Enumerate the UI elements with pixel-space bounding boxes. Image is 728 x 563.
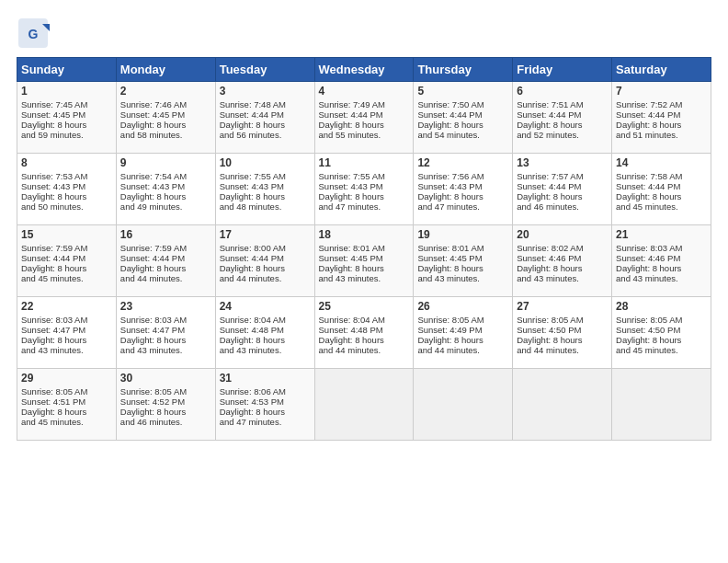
day-info-line: Sunrise: 8:04 AM	[220, 315, 311, 325]
day-number: 23	[120, 300, 211, 313]
calendar-cell: 11Sunrise: 7:55 AMSunset: 4:43 PMDayligh…	[314, 154, 414, 225]
day-info-line: Daylight: 8 hours	[21, 191, 112, 201]
calendar-cell: 7Sunrise: 7:52 AMSunset: 4:44 PMDaylight…	[612, 82, 711, 154]
day-info-line: and 47 minutes.	[220, 417, 311, 427]
day-info-line: Sunrise: 8:01 AM	[319, 243, 410, 253]
day-info-line: Daylight: 8 hours	[517, 191, 608, 201]
calendar-cell: 12Sunrise: 7:56 AMSunset: 4:43 PMDayligh…	[414, 154, 513, 225]
day-info-line: and 46 minutes.	[120, 417, 211, 427]
day-number: 2	[120, 85, 211, 98]
day-info-line: Sunset: 4:50 PM	[616, 325, 707, 335]
weekday-saturday: Saturday	[612, 58, 711, 82]
day-info-line: Daylight: 8 hours	[120, 263, 211, 273]
svg-text:G: G	[28, 27, 39, 41]
calendar-cell: 16Sunrise: 7:59 AMSunset: 4:44 PMDayligh…	[116, 225, 215, 297]
weekday-header-row: SundayMondayTuesdayWednesdayThursdayFrid…	[17, 58, 711, 82]
calendar-cell: 2Sunrise: 7:46 AMSunset: 4:45 PMDaylight…	[116, 82, 215, 154]
calendar-cell	[612, 369, 711, 441]
calendar-cell: 17Sunrise: 8:00 AMSunset: 4:44 PMDayligh…	[215, 225, 314, 297]
weekday-friday: Friday	[513, 58, 612, 82]
day-info-line: Sunrise: 7:54 AM	[120, 171, 211, 181]
day-info-line: and 43 minutes.	[220, 345, 311, 355]
day-info-line: Sunset: 4:52 PM	[120, 396, 211, 407]
day-info-line: Sunrise: 8:05 AM	[417, 315, 508, 325]
calendar-cell: 25Sunrise: 8:04 AMSunset: 4:48 PMDayligh…	[314, 297, 414, 369]
day-info-line: Daylight: 8 hours	[616, 191, 707, 201]
day-info-line: and 52 minutes.	[517, 130, 608, 140]
day-number: 29	[21, 372, 112, 385]
day-info-line: Sunset: 4:44 PM	[517, 181, 608, 191]
weekday-wednesday: Wednesday	[314, 58, 414, 82]
day-number: 5	[417, 85, 508, 98]
day-info-line: and 47 minutes.	[319, 201, 410, 212]
day-info-line: Sunrise: 7:45 AM	[21, 99, 112, 109]
day-info-line: Sunset: 4:44 PM	[319, 109, 410, 120]
day-info-line: and 45 minutes.	[21, 273, 112, 283]
day-info-line: Daylight: 8 hours	[220, 407, 311, 417]
day-info-line: Sunset: 4:44 PM	[517, 109, 608, 120]
calendar-cell: 28Sunrise: 8:05 AMSunset: 4:50 PMDayligh…	[612, 297, 711, 369]
calendar-cell	[414, 369, 513, 441]
day-info-line: Daylight: 8 hours	[120, 335, 211, 345]
calendar-cell: 15Sunrise: 7:59 AMSunset: 4:44 PMDayligh…	[17, 225, 117, 297]
day-number: 21	[616, 228, 707, 241]
day-info-line: Sunset: 4:43 PM	[319, 181, 410, 191]
calendar-cell: 23Sunrise: 8:03 AMSunset: 4:47 PMDayligh…	[116, 297, 215, 369]
day-info-line: Sunrise: 8:04 AM	[319, 315, 410, 325]
day-info-line: Daylight: 8 hours	[319, 263, 410, 273]
calendar-cell: 10Sunrise: 7:55 AMSunset: 4:43 PMDayligh…	[215, 154, 314, 225]
day-info-line: Sunrise: 7:56 AM	[417, 171, 508, 181]
calendar-cell: 14Sunrise: 7:58 AMSunset: 4:44 PMDayligh…	[612, 154, 711, 225]
day-info-line: and 44 minutes.	[417, 345, 508, 355]
day-info-line: Sunset: 4:43 PM	[417, 181, 508, 191]
calendar-cell: 5Sunrise: 7:50 AMSunset: 4:44 PMDaylight…	[414, 82, 513, 154]
day-info-line: Sunrise: 7:58 AM	[616, 171, 707, 181]
day-info-line: Sunset: 4:45 PM	[417, 253, 508, 263]
calendar-cell	[513, 369, 612, 441]
weekday-thursday: Thursday	[414, 58, 513, 82]
day-info-line: Daylight: 8 hours	[417, 120, 508, 130]
day-info-line: Daylight: 8 hours	[616, 335, 707, 345]
day-info-line: and 43 minutes.	[417, 273, 508, 283]
day-info-line: and 58 minutes.	[120, 130, 211, 140]
day-number: 13	[517, 156, 608, 169]
day-info-line: Sunrise: 7:59 AM	[120, 243, 211, 253]
calendar-cell: 30Sunrise: 8:05 AMSunset: 4:52 PMDayligh…	[116, 369, 215, 441]
day-number: 17	[220, 228, 311, 241]
day-info-line: Daylight: 8 hours	[319, 120, 410, 130]
day-info-line: Sunset: 4:44 PM	[120, 253, 211, 263]
day-number: 25	[319, 300, 410, 313]
day-info-line: Sunset: 4:47 PM	[21, 325, 112, 335]
day-info-line: Sunset: 4:45 PM	[319, 253, 410, 263]
day-info-line: Sunrise: 8:03 AM	[21, 315, 112, 325]
day-info-line: Sunset: 4:44 PM	[616, 181, 707, 191]
day-info-line: Daylight: 8 hours	[417, 191, 508, 201]
day-number: 16	[120, 228, 211, 241]
day-info-line: and 54 minutes.	[417, 130, 508, 140]
day-number: 1	[21, 85, 112, 98]
day-info-line: Daylight: 8 hours	[517, 120, 608, 130]
day-number: 12	[417, 156, 508, 169]
week-row-1: 1Sunrise: 7:45 AMSunset: 4:45 PMDaylight…	[17, 82, 711, 154]
calendar-cell: 20Sunrise: 8:02 AMSunset: 4:46 PMDayligh…	[513, 225, 612, 297]
day-info-line: Sunrise: 8:05 AM	[517, 315, 608, 325]
day-info-line: Sunset: 4:51 PM	[21, 396, 112, 407]
day-info-line: Daylight: 8 hours	[517, 263, 608, 273]
day-info-line: Sunrise: 8:06 AM	[220, 386, 311, 396]
day-info-line: and 51 minutes.	[616, 130, 707, 140]
calendar-cell: 31Sunrise: 8:06 AMSunset: 4:53 PMDayligh…	[215, 369, 314, 441]
calendar-cell: 9Sunrise: 7:54 AMSunset: 4:43 PMDaylight…	[116, 154, 215, 225]
day-info-line: Sunrise: 7:46 AM	[120, 99, 211, 109]
day-info-line: Sunrise: 7:48 AM	[220, 99, 311, 109]
calendar-cell: 24Sunrise: 8:04 AMSunset: 4:48 PMDayligh…	[215, 297, 314, 369]
day-info-line: Sunset: 4:44 PM	[220, 109, 311, 120]
day-number: 3	[220, 85, 311, 98]
day-info-line: and 44 minutes.	[120, 273, 211, 283]
day-info-line: Daylight: 8 hours	[220, 120, 311, 130]
day-info-line: Sunrise: 7:50 AM	[417, 99, 508, 109]
day-number: 6	[517, 85, 608, 98]
day-info-line: and 46 minutes.	[517, 201, 608, 212]
day-info-line: and 50 minutes.	[21, 201, 112, 212]
logo-icon: G	[17, 17, 50, 50]
calendar-cell: 13Sunrise: 7:57 AMSunset: 4:44 PMDayligh…	[513, 154, 612, 225]
